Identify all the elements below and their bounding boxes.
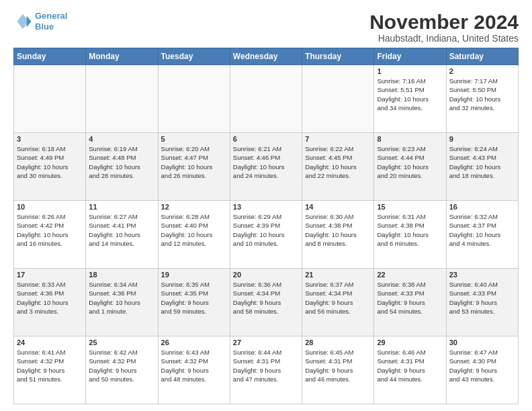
day-info: Sunrise: 6:20 AM Sunset: 4:47 PM Dayligh…: [161, 144, 227, 180]
day-number: 24: [17, 338, 83, 347]
day-info: Sunrise: 6:18 AM Sunset: 4:49 PM Dayligh…: [17, 144, 83, 180]
day-number: 15: [377, 203, 443, 211]
table-cell: 27Sunrise: 6:44 AM Sunset: 4:31 PM Dayli…: [230, 336, 302, 404]
day-info: Sunrise: 6:42 AM Sunset: 4:32 PM Dayligh…: [89, 348, 154, 383]
table-cell: 22Sunrise: 6:38 AM Sunset: 4:33 PM Dayli…: [374, 269, 446, 336]
logo-icon: [13, 12, 32, 31]
header-tuesday: Tuesday: [158, 48, 230, 65]
day-number: 21: [305, 271, 371, 279]
day-number: 3: [17, 135, 83, 143]
table-cell: 2Sunrise: 7:17 AM Sunset: 5:50 PM Daylig…: [446, 65, 518, 133]
table-cell: 25Sunrise: 6:42 AM Sunset: 4:32 PM Dayli…: [86, 336, 158, 404]
header-wednesday: Wednesday: [230, 48, 302, 65]
day-number: 9: [449, 135, 515, 143]
day-number: 11: [89, 203, 154, 211]
day-info: Sunrise: 6:30 AM Sunset: 4:38 PM Dayligh…: [305, 212, 371, 248]
logo: General Blue: [13, 11, 67, 32]
day-number: 27: [233, 338, 299, 347]
table-cell: [158, 65, 230, 133]
day-info: Sunrise: 6:37 AM Sunset: 4:34 PM Dayligh…: [305, 280, 371, 316]
table-cell: 10Sunrise: 6:26 AM Sunset: 4:42 PM Dayli…: [14, 201, 86, 269]
table-cell: 16Sunrise: 6:32 AM Sunset: 4:37 PM Dayli…: [446, 201, 518, 269]
day-info: Sunrise: 6:47 AM Sunset: 4:30 PM Dayligh…: [449, 348, 515, 383]
day-info: Sunrise: 6:44 AM Sunset: 4:31 PM Dayligh…: [233, 348, 299, 383]
day-number: 8: [377, 135, 443, 143]
table-cell: 20Sunrise: 6:36 AM Sunset: 4:34 PM Dayli…: [230, 269, 302, 336]
table-cell: [14, 65, 86, 133]
week-row-4: 17Sunrise: 6:33 AM Sunset: 4:36 PM Dayli…: [14, 269, 519, 336]
subtitle: Haubstadt, Indiana, United States: [369, 33, 519, 44]
day-number: 4: [89, 135, 154, 143]
day-number: 23: [449, 271, 515, 279]
day-number: 1: [377, 67, 443, 75]
table-cell: 26Sunrise: 6:43 AM Sunset: 4:32 PM Dayli…: [158, 336, 230, 404]
table-cell: 23Sunrise: 6:40 AM Sunset: 4:33 PM Dayli…: [446, 269, 518, 336]
day-number: 6: [233, 135, 299, 143]
day-info: Sunrise: 6:46 AM Sunset: 4:31 PM Dayligh…: [377, 348, 443, 383]
day-info: Sunrise: 6:33 AM Sunset: 4:36 PM Dayligh…: [17, 280, 83, 316]
day-info: Sunrise: 6:27 AM Sunset: 4:41 PM Dayligh…: [89, 212, 154, 248]
header-sunday: Sunday: [14, 48, 86, 65]
table-cell: 30Sunrise: 6:47 AM Sunset: 4:30 PM Dayli…: [446, 336, 518, 404]
table-cell: 28Sunrise: 6:45 AM Sunset: 4:31 PM Dayli…: [302, 336, 374, 404]
day-info: Sunrise: 6:23 AM Sunset: 4:44 PM Dayligh…: [377, 144, 443, 180]
day-number: 18: [89, 271, 154, 279]
day-number: 5: [161, 135, 227, 143]
table-cell: 21Sunrise: 6:37 AM Sunset: 4:34 PM Dayli…: [302, 269, 374, 336]
day-number: 16: [449, 203, 515, 211]
day-number: 22: [377, 271, 443, 279]
table-cell: 6Sunrise: 6:21 AM Sunset: 4:46 PM Daylig…: [230, 133, 302, 201]
header-thursday: Thursday: [302, 48, 374, 65]
calendar-table: Sunday Monday Tuesday Wednesday Thursday…: [13, 48, 519, 404]
logo-line1: General: [35, 11, 67, 21]
day-info: Sunrise: 6:22 AM Sunset: 4:45 PM Dayligh…: [305, 144, 371, 180]
day-info: Sunrise: 7:17 AM Sunset: 5:50 PM Dayligh…: [449, 77, 515, 112]
calendar-header-row: Sunday Monday Tuesday Wednesday Thursday…: [14, 48, 519, 65]
day-number: 17: [17, 271, 83, 279]
table-cell: 9Sunrise: 6:24 AM Sunset: 4:43 PM Daylig…: [446, 133, 518, 201]
day-number: 13: [233, 203, 299, 211]
week-row-2: 3Sunrise: 6:18 AM Sunset: 4:49 PM Daylig…: [14, 133, 519, 201]
day-number: 30: [449, 338, 515, 347]
day-info: Sunrise: 6:21 AM Sunset: 4:46 PM Dayligh…: [233, 144, 299, 180]
day-number: 29: [377, 338, 443, 347]
day-number: 28: [305, 338, 371, 347]
table-cell: [302, 65, 374, 133]
day-number: 25: [89, 338, 154, 347]
day-info: Sunrise: 6:45 AM Sunset: 4:31 PM Dayligh…: [305, 348, 371, 383]
table-cell: 19Sunrise: 6:35 AM Sunset: 4:35 PM Dayli…: [158, 269, 230, 336]
header-saturday: Saturday: [446, 48, 518, 65]
table-cell: 12Sunrise: 6:28 AM Sunset: 4:40 PM Dayli…: [158, 201, 230, 269]
header: General Blue November 2024 Haubstadt, In…: [13, 11, 519, 44]
logo-text: General Blue: [35, 11, 67, 32]
day-number: 10: [17, 203, 83, 211]
table-cell: 13Sunrise: 6:29 AM Sunset: 4:39 PM Dayli…: [230, 201, 302, 269]
table-cell: 17Sunrise: 6:33 AM Sunset: 4:36 PM Dayli…: [14, 269, 86, 336]
table-cell: 11Sunrise: 6:27 AM Sunset: 4:41 PM Dayli…: [86, 201, 158, 269]
table-cell: 7Sunrise: 6:22 AM Sunset: 4:45 PM Daylig…: [302, 133, 374, 201]
main-title: November 2024: [369, 11, 519, 33]
day-info: Sunrise: 6:24 AM Sunset: 4:43 PM Dayligh…: [449, 144, 515, 180]
day-info: Sunrise: 6:34 AM Sunset: 4:36 PM Dayligh…: [89, 280, 154, 316]
day-number: 20: [233, 271, 299, 279]
table-cell: 29Sunrise: 6:46 AM Sunset: 4:31 PM Dayli…: [374, 336, 446, 404]
table-cell: [86, 65, 158, 133]
day-info: Sunrise: 6:38 AM Sunset: 4:33 PM Dayligh…: [377, 280, 443, 316]
day-info: Sunrise: 6:31 AM Sunset: 4:38 PM Dayligh…: [377, 212, 443, 248]
day-info: Sunrise: 6:43 AM Sunset: 4:32 PM Dayligh…: [161, 348, 227, 383]
day-number: 7: [305, 135, 371, 143]
day-number: 12: [161, 203, 227, 211]
day-info: Sunrise: 6:36 AM Sunset: 4:34 PM Dayligh…: [233, 280, 299, 316]
table-cell: 5Sunrise: 6:20 AM Sunset: 4:47 PM Daylig…: [158, 133, 230, 201]
table-cell: 24Sunrise: 6:41 AM Sunset: 4:32 PM Dayli…: [14, 336, 86, 404]
table-cell: [230, 65, 302, 133]
day-info: Sunrise: 6:29 AM Sunset: 4:39 PM Dayligh…: [233, 212, 299, 248]
day-info: Sunrise: 6:35 AM Sunset: 4:35 PM Dayligh…: [161, 280, 227, 316]
day-number: 19: [161, 271, 227, 279]
table-cell: 4Sunrise: 6:19 AM Sunset: 4:48 PM Daylig…: [86, 133, 158, 201]
page: General Blue November 2024 Haubstadt, In…: [0, 0, 532, 411]
day-info: Sunrise: 7:16 AM Sunset: 5:51 PM Dayligh…: [377, 77, 443, 112]
table-cell: 18Sunrise: 6:34 AM Sunset: 4:36 PM Dayli…: [86, 269, 158, 336]
table-cell: 8Sunrise: 6:23 AM Sunset: 4:44 PM Daylig…: [374, 133, 446, 201]
day-info: Sunrise: 6:40 AM Sunset: 4:33 PM Dayligh…: [449, 280, 515, 316]
